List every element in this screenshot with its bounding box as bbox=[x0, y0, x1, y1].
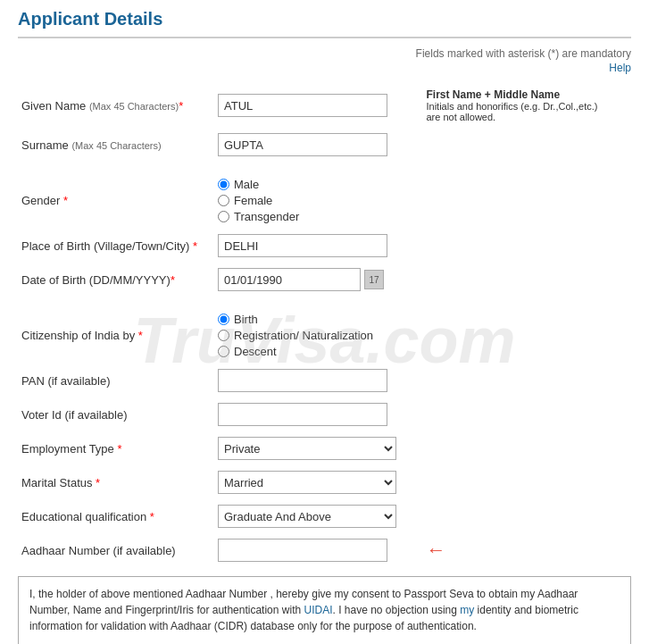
citizenship-radio-group: Birth Registration/ Naturalization Desce… bbox=[218, 313, 420, 358]
given-name-row: Given Name (Max 45 Characters)* First Na… bbox=[18, 83, 631, 128]
citizenship-birth-label: Birth bbox=[234, 313, 258, 326]
voter-id-label: Voter Id (if available) bbox=[21, 408, 128, 422]
citizenship-descent-radio[interactable] bbox=[218, 346, 229, 357]
gender-male-option[interactable]: Male bbox=[218, 178, 420, 191]
consent-box: I, the holder of above mentioned Aadhaar… bbox=[18, 576, 631, 644]
gender-transgender-option[interactable]: Transgender bbox=[218, 210, 420, 223]
citizenship-registration-label: Registration/ Naturalization bbox=[234, 329, 373, 342]
gender-label: Gender * bbox=[21, 194, 68, 207]
mandatory-note: Fields marked with asterisk (*) are mand… bbox=[18, 47, 631, 60]
applicant-form: Given Name (Max 45 Characters)* First Na… bbox=[18, 83, 631, 567]
voter-id-input[interactable] bbox=[218, 403, 387, 426]
calendar-icon[interactable]: 17 bbox=[364, 270, 384, 289]
employment-type-row: Employment Type * Private Government Sel… bbox=[18, 431, 631, 465]
citizenship-descent-label: Descent bbox=[234, 345, 277, 358]
dob-row: Date of Birth (DD/MM/YYYY)* 17 bbox=[18, 263, 631, 297]
gender-transgender-radio[interactable] bbox=[218, 211, 229, 222]
help-link[interactable]: Help bbox=[18, 62, 631, 74]
marital-status-select[interactable]: Married Single Divorced Widowed bbox=[218, 471, 396, 494]
arrow-hint-icon: ← bbox=[427, 539, 446, 561]
voter-id-row: Voter Id (if available) bbox=[18, 397, 631, 431]
pan-input[interactable] bbox=[218, 369, 387, 392]
citizenship-birth-option[interactable]: Birth bbox=[218, 313, 420, 326]
gender-female-option[interactable]: Female bbox=[218, 194, 420, 207]
marital-status-row: Marital Status * Married Single Divorced… bbox=[18, 465, 631, 499]
employment-type-select[interactable]: Private Government Self-Employed Student… bbox=[218, 437, 396, 460]
surname-label: Surname (Max 45 Characters) bbox=[21, 138, 162, 152]
my-link: my bbox=[460, 604, 474, 616]
page-title: Applicant Details bbox=[18, 9, 631, 38]
given-name-maxchars: (Max 45 Characters) bbox=[89, 101, 179, 112]
pan-label: PAN (if available) bbox=[21, 374, 110, 388]
citizenship-registration-option[interactable]: Registration/ Naturalization bbox=[218, 329, 420, 342]
consent-paragraph: I, the holder of above mentioned Aadhaar… bbox=[29, 588, 578, 632]
dob-label: Date of Birth (DD/MM/YYYY)* bbox=[21, 273, 175, 287]
gender-female-label: Female bbox=[234, 194, 272, 207]
citizenship-label: Citizenship of India by * bbox=[21, 329, 143, 342]
education-label: Educational qualification * bbox=[21, 510, 154, 523]
given-name-label: Given Name (Max 45 Characters)* bbox=[21, 99, 183, 113]
education-select[interactable]: Graduate And Above Below Graduate bbox=[218, 505, 396, 528]
uidai-link: UIDAI bbox=[304, 604, 332, 616]
name-hint: First Name + Middle Name Initials and ho… bbox=[427, 88, 605, 122]
gender-radio-group: Male Female Transgender bbox=[218, 178, 420, 223]
marital-status-label: Marital Status * bbox=[21, 476, 100, 489]
dob-wrapper: 17 bbox=[218, 268, 420, 291]
aadhaar-row: Aadhaar Number (if available) ← bbox=[18, 533, 631, 567]
gender-transgender-label: Transgender bbox=[234, 210, 299, 223]
gender-male-label: Male bbox=[234, 178, 259, 191]
surname-row: Surname (Max 45 Characters) bbox=[18, 128, 631, 162]
given-name-required: * bbox=[179, 99, 183, 113]
place-of-birth-label: Place of Birth (Village/Town/City) * bbox=[21, 239, 197, 253]
gender-row: Gender * Male Female Transgender bbox=[18, 172, 631, 229]
consent-text: I, the holder of above mentioned Aadhaar… bbox=[29, 586, 620, 634]
aadhaar-input[interactable] bbox=[218, 539, 387, 562]
gender-male-radio[interactable] bbox=[218, 179, 229, 190]
pan-row: PAN (if available) bbox=[18, 364, 631, 397]
aadhaar-label: Aadhaar Number (if available) bbox=[21, 544, 176, 557]
place-of-birth-row: Place of Birth (Village/Town/City) * bbox=[18, 229, 631, 263]
surname-input[interactable] bbox=[218, 133, 387, 156]
place-of-birth-input[interactable] bbox=[218, 234, 387, 257]
citizenship-registration-radio[interactable] bbox=[218, 330, 229, 341]
dob-input[interactable] bbox=[218, 268, 361, 291]
employment-type-label: Employment Type * bbox=[21, 442, 121, 456]
given-name-input[interactable] bbox=[218, 94, 387, 117]
surname-maxchars: (Max 45 Characters) bbox=[71, 140, 161, 151]
citizenship-birth-radio[interactable] bbox=[218, 314, 229, 325]
education-row: Educational qualification * Graduate And… bbox=[18, 499, 631, 533]
citizenship-descent-option[interactable]: Descent bbox=[218, 345, 420, 358]
citizenship-row: Citizenship of India by * Birth Registra… bbox=[18, 307, 631, 364]
gender-female-radio[interactable] bbox=[218, 195, 229, 206]
